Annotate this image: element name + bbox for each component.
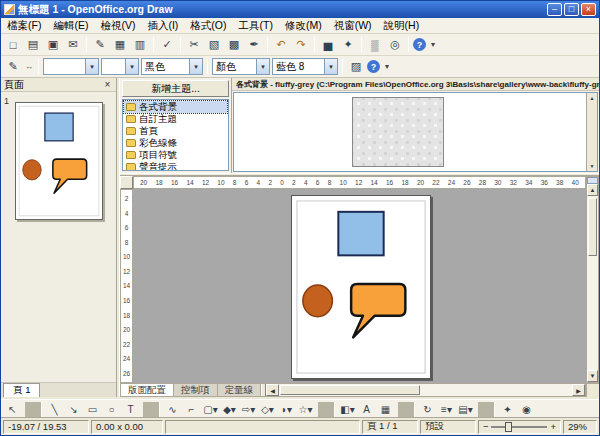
horizontal-scroll-track[interactable]: [279, 384, 572, 396]
separator[interactable]: [408, 37, 409, 52]
edit-file-icon[interactable]: ✎: [91, 36, 109, 53]
undo-icon[interactable]: ↶: [272, 36, 290, 53]
maximize-button[interactable]: □: [564, 3, 579, 16]
close-icon[interactable]: ×: [102, 79, 113, 90]
chevron-down-icon[interactable]: ▾: [125, 59, 138, 74]
page-tab[interactable]: 頁 1: [3, 383, 40, 397]
gallery-theme-sounds[interactable]: 聲音提示: [124, 161, 227, 171]
flowchart-icon[interactable]: ◇▾: [259, 402, 276, 418]
line-width-select[interactable]: ▾: [101, 58, 139, 75]
copy-icon[interactable]: ▧: [205, 36, 223, 53]
zoom-level[interactable]: 29%: [563, 420, 597, 434]
curve-icon[interactable]: ∿: [164, 402, 181, 418]
vertical-scrollbar[interactable]: ▲ ▼: [586, 176, 599, 383]
scroll-up-icon[interactable]: ▲: [590, 95, 595, 101]
arrow-style-icon[interactable]: ↔: [24, 58, 34, 75]
separator[interactable]: [318, 402, 335, 418]
gallery-item-fluffy-grey[interactable]: [352, 97, 444, 167]
fill-style-select[interactable]: 顏色 ▾: [212, 58, 270, 75]
toolbar-options-icon[interactable]: ▾: [428, 36, 438, 53]
scroll-down-icon[interactable]: ▼: [590, 163, 595, 169]
save-icon[interactable]: ▣: [44, 36, 62, 53]
separator[interactable]: [398, 402, 415, 418]
help-icon[interactable]: ?: [413, 38, 426, 51]
open-icon[interactable]: ▤: [24, 36, 42, 53]
shadow-icon[interactable]: ▨: [347, 58, 365, 75]
gallery-theme-homepage[interactable]: 首頁: [124, 125, 227, 137]
chart-icon[interactable]: ▅: [319, 36, 337, 53]
separator[interactable]: [180, 37, 181, 52]
help-icon[interactable]: ?: [367, 60, 380, 73]
interaction-icon[interactable]: ◉: [518, 402, 535, 418]
blue-rectangle-shape[interactable]: [338, 212, 383, 256]
cut-icon[interactable]: ✂: [185, 36, 203, 53]
separator[interactable]: [267, 37, 268, 52]
basic-shapes-icon[interactable]: ▢▾: [202, 402, 219, 418]
gallery-theme-custom[interactable]: 自訂主題: [124, 113, 227, 125]
zoom-slider-track[interactable]: [491, 426, 547, 428]
separator[interactable]: [361, 37, 362, 52]
zoom-slider-handle[interactable]: [505, 422, 512, 432]
menu-window[interactable]: 視窗(W): [328, 18, 378, 34]
3d-objects-icon[interactable]: ◧▾: [339, 402, 356, 418]
split-window-handle[interactable]: [587, 177, 598, 184]
email-icon[interactable]: ✉: [64, 36, 82, 53]
chevron-down-icon[interactable]: ▾: [324, 59, 337, 74]
zoom-icon[interactable]: ◎: [386, 36, 404, 53]
scroll-right-icon[interactable]: ▶: [572, 384, 585, 396]
chevron-down-icon[interactable]: ▾: [256, 59, 269, 74]
tab-controls[interactable]: 控制項: [174, 384, 218, 396]
new-document-icon[interactable]: □: [4, 36, 22, 53]
tab-layout[interactable]: 版面配置: [121, 384, 174, 396]
titlebar[interactable]: 無標題 1 - OpenOffice.org Draw – □ ×: [1, 1, 599, 18]
slide-style[interactable]: 預設: [420, 420, 476, 434]
zoom-out-icon[interactable]: −: [483, 421, 489, 432]
from-file-icon[interactable]: ▦: [377, 402, 394, 418]
minimize-button[interactable]: –: [547, 3, 562, 16]
resize-grip[interactable]: [586, 383, 599, 397]
menu-tools[interactable]: 工具(T): [233, 18, 279, 34]
connector-icon[interactable]: ⌐: [183, 402, 200, 418]
rotate-icon[interactable]: ↻: [419, 402, 436, 418]
menu-insert[interactable]: 插入(I): [141, 18, 184, 34]
print-icon[interactable]: ▦: [111, 36, 129, 53]
separator[interactable]: [86, 37, 87, 52]
vertical-scroll-thumb[interactable]: [588, 198, 597, 256]
toolbar-options-icon[interactable]: ▾: [382, 58, 392, 75]
gallery-theme-bullets[interactable]: 項目符號: [124, 149, 227, 161]
scroll-up-icon[interactable]: ▲: [587, 184, 598, 196]
arrow-icon[interactable]: ↘: [65, 402, 82, 418]
separator[interactable]: [478, 402, 495, 418]
callout-shape[interactable]: [351, 284, 405, 337]
line-icon[interactable]: ╲: [46, 402, 63, 418]
paste-icon[interactable]: ▩: [225, 36, 243, 53]
format-paintbrush-icon[interactable]: ✒: [245, 36, 263, 53]
drawing-canvas[interactable]: [133, 189, 586, 383]
menu-view[interactable]: 檢視(V): [94, 18, 141, 34]
drawing-page[interactable]: [291, 195, 431, 379]
new-theme-button[interactable]: 新增主題...: [122, 80, 229, 97]
text-icon[interactable]: T: [122, 402, 139, 418]
select-icon[interactable]: ↖: [4, 402, 21, 418]
edit-points-icon[interactable]: ✎: [4, 58, 22, 75]
navigator-icon[interactable]: ✦: [339, 36, 357, 53]
symbol-shapes-icon[interactable]: ◆▾: [221, 402, 238, 418]
line-style-select[interactable]: ▾: [43, 58, 99, 75]
scroll-left-icon[interactable]: ◀: [266, 384, 279, 396]
line-color-select[interactable]: 黑色 ▾: [141, 58, 203, 75]
separator[interactable]: [153, 37, 154, 52]
ellipse-icon[interactable]: ○: [103, 402, 120, 418]
callouts-icon[interactable]: ◗▾: [278, 402, 295, 418]
zoom-slider[interactable]: − +: [478, 420, 561, 434]
tab-dimension-lines[interactable]: 定量線: [218, 384, 262, 396]
chevron-down-icon[interactable]: ▾: [189, 59, 202, 74]
menu-modify[interactable]: 修改(M): [279, 18, 328, 34]
scroll-down-icon[interactable]: ▼: [587, 370, 598, 382]
horizontal-scrollbar[interactable]: ◀ ▶: [266, 384, 585, 396]
gallery-theme-colored-lines[interactable]: 彩色線條: [124, 137, 227, 149]
chevron-down-icon[interactable]: ▾: [85, 59, 98, 74]
effects-icon[interactable]: ✦: [499, 402, 516, 418]
menu-edit[interactable]: 編輯(E): [47, 18, 94, 34]
gallery-scrollbar[interactable]: ▲ ▼: [586, 93, 597, 171]
menu-file[interactable]: 檔案(F): [1, 18, 47, 34]
